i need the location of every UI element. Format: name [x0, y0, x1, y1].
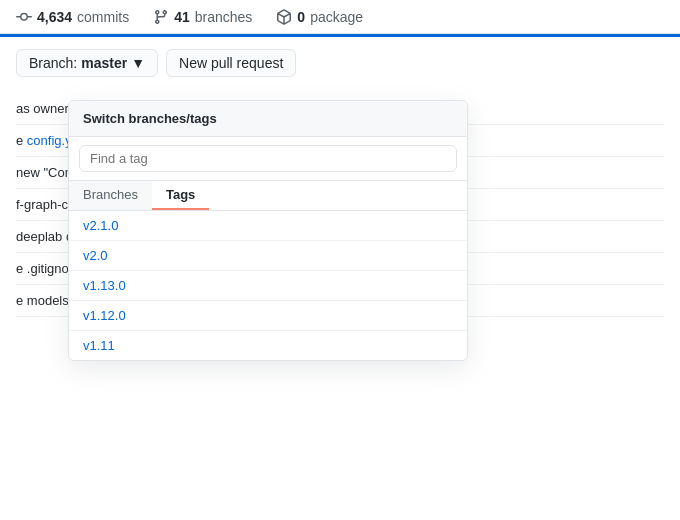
- commit-icon: [16, 8, 32, 25]
- branches-stat[interactable]: 41 branches: [153, 8, 252, 25]
- stats-bar: 4,634 commits 41 branches 0 package: [0, 0, 680, 34]
- list-item[interactable]: v1.12.0: [69, 301, 467, 331]
- commits-count: 4,634: [37, 9, 72, 25]
- dropdown-tabs: Branches Tags: [69, 181, 467, 211]
- tab-tags[interactable]: Tags: [152, 181, 209, 210]
- commits-stat[interactable]: 4,634 commits: [16, 8, 129, 25]
- tag-search-input[interactable]: [79, 145, 457, 172]
- dropdown-search-area: [69, 137, 467, 181]
- branch-label-text: Branch:: [29, 55, 77, 71]
- branch-tag-dropdown: Switch branches/tags Branches Tags v2.1.…: [68, 100, 468, 361]
- branches-label: branches: [195, 9, 253, 25]
- list-item[interactable]: v1.13.0: [69, 271, 467, 301]
- tags-list[interactable]: v2.1.0 v2.0 v1.13.0 v1.12.0 v1.11: [69, 211, 467, 360]
- branch-selector-button[interactable]: Branch: master ▼: [16, 49, 158, 77]
- list-item[interactable]: v2.0: [69, 241, 467, 271]
- packages-stat[interactable]: 0 package: [276, 8, 363, 25]
- list-item[interactable]: v1.11: [69, 331, 467, 360]
- branches-count: 41: [174, 9, 190, 25]
- commits-label: commits: [77, 9, 129, 25]
- packages-count: 0: [297, 9, 305, 25]
- toolbar: Branch: master ▼ New pull request: [0, 37, 680, 89]
- tab-branches[interactable]: Branches: [69, 181, 152, 210]
- packages-label: package: [310, 9, 363, 25]
- dropdown-header: Switch branches/tags: [69, 101, 467, 137]
- chevron-down-icon: ▼: [131, 55, 145, 71]
- package-icon: [276, 8, 292, 25]
- branch-name-text: master: [81, 55, 127, 71]
- list-item[interactable]: v2.1.0: [69, 211, 467, 241]
- new-pull-request-button[interactable]: New pull request: [166, 49, 296, 77]
- branch-icon: [153, 8, 169, 25]
